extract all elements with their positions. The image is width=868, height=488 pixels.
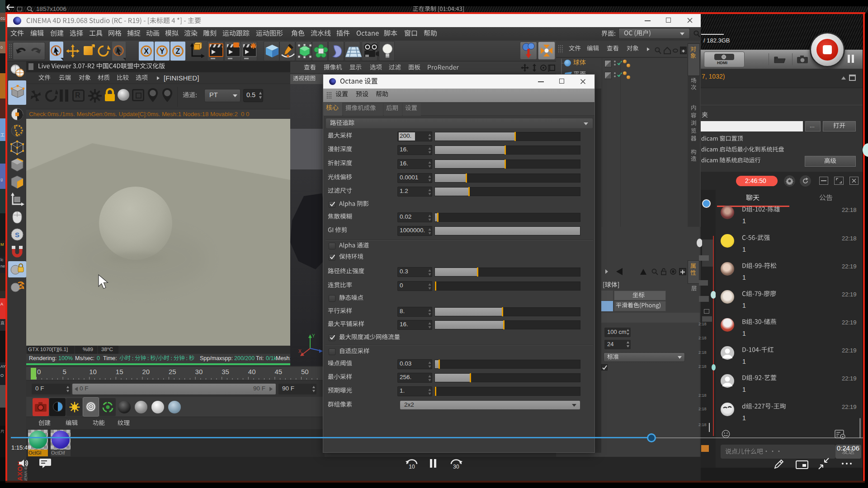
svg-text:X: X xyxy=(298,349,302,354)
svg-text:Y: Y xyxy=(160,47,165,55)
svg-text:30: 30 xyxy=(453,464,459,469)
svg-text:10: 10 xyxy=(409,464,415,469)
svg-text:Y: Y xyxy=(312,333,315,338)
svg-text:S: S xyxy=(15,231,19,239)
svg-text:X: X xyxy=(144,47,149,55)
svg-text:Z: Z xyxy=(176,47,180,55)
